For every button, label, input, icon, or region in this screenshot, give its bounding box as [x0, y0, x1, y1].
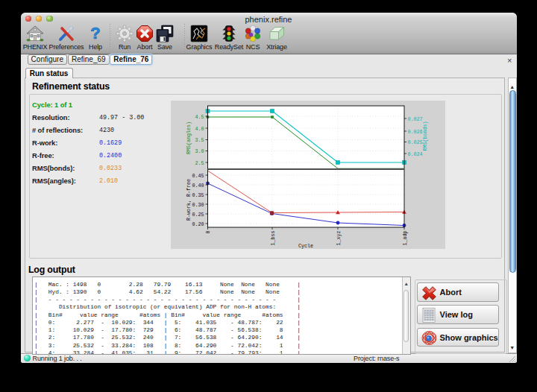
svg-text:0.30: 0.30	[192, 202, 204, 208]
svg-text:?: ?	[90, 25, 100, 42]
svg-text:RMS(bonds): RMS(bonds)	[422, 121, 428, 151]
svg-text:2.5: 2.5	[195, 160, 204, 166]
svg-text:0.024: 0.024	[408, 151, 423, 157]
svg-text:4.0: 4.0	[195, 126, 204, 132]
svg-text:3.0: 3.0	[195, 148, 204, 154]
svg-text:3.5: 3.5	[195, 137, 204, 143]
svg-text:RMS(angles): RMS(angles)	[186, 121, 192, 154]
svg-text:0.40: 0.40	[192, 183, 204, 189]
svg-text:0.20: 0.20	[192, 221, 204, 227]
svg-text:R-work, R-free: R-work, R-free	[186, 179, 192, 221]
svg-text:0: 0	[205, 231, 211, 234]
svg-text:0.027: 0.027	[408, 116, 423, 122]
svg-text:1_xyz: 1_xyz	[336, 231, 342, 246]
svg-text:0.025: 0.025	[408, 139, 423, 145]
svg-text:4.5: 4.5	[195, 114, 204, 120]
svg-text:0.026: 0.026	[408, 129, 423, 135]
svg-text:Cycle: Cycle	[298, 243, 313, 249]
svg-text:0.35: 0.35	[192, 192, 204, 198]
svg-text:1_adp: 1_adp	[402, 231, 408, 246]
svg-text:0.45: 0.45	[192, 173, 204, 179]
svg-text:1_bss: 1_bss	[270, 231, 276, 246]
svg-text:0.25: 0.25	[192, 212, 204, 218]
